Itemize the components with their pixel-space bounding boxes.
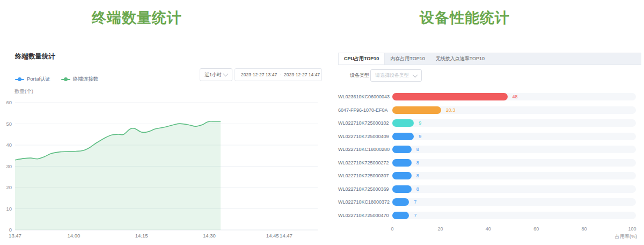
device-name: WL022710K725000470 bbox=[338, 213, 392, 218]
x-tick-label: 14:15 bbox=[135, 233, 148, 239]
date-range-picker[interactable]: 2023-12-27 13:47 - 2023-12-27 14:47 bbox=[235, 68, 322, 81]
bar-row-3: WL022710K7250004099 bbox=[338, 130, 641, 143]
x-tick-label: 14:00 bbox=[68, 233, 80, 239]
bar-row-7: WL022710K7250003698 bbox=[338, 183, 641, 196]
date-end: 2023-12-27 14:47 bbox=[284, 72, 320, 77]
time-range-value: 近1小时 bbox=[204, 71, 222, 78]
bar-x-tick-label: 80 bbox=[582, 226, 587, 232]
bar-value-label: 9 bbox=[419, 133, 421, 140]
bar-value-label: 8 bbox=[416, 172, 419, 179]
y-tick-label: 0 bbox=[9, 227, 12, 233]
legend-label: 终端连接数 bbox=[73, 76, 99, 83]
bar-row-8: WL022710KC180003727 bbox=[338, 196, 641, 209]
x-tick-label: 14:45 bbox=[266, 233, 279, 239]
bar-x-tick-label: 100 bbox=[628, 226, 636, 232]
bar-row-5: WL022710K7250002728 bbox=[338, 156, 641, 170]
bar-row-1: 6047-FF96-1070-EF0A20.3 bbox=[338, 104, 641, 117]
performance-tabs: CPU占用TOP10内存占用TOP10无线接入点速率TOP10 bbox=[338, 53, 641, 65]
bar-fill[interactable] bbox=[392, 159, 412, 167]
bar-fill[interactable] bbox=[392, 146, 412, 153]
date-start: 2023-12-27 13:47 bbox=[241, 72, 277, 77]
tab-0[interactable]: CPU占用TOP10 bbox=[339, 53, 385, 64]
legend-item-0[interactable]: Portal认证 bbox=[15, 76, 50, 83]
device-name: WL022710KC18000280 bbox=[338, 147, 392, 152]
y-tick-label: 20 bbox=[6, 184, 12, 190]
left-section-heading: 终端数量统计 bbox=[0, 8, 274, 27]
bar-track: 8 bbox=[392, 185, 636, 193]
y-tick-label: 60 bbox=[6, 99, 12, 105]
chart-legend: Portal认证终端连接数 bbox=[15, 76, 98, 83]
bar-x-axis-label: 占用率(%) bbox=[615, 233, 637, 240]
bar-track: 7 bbox=[392, 212, 636, 219]
bar-row-0: WL023610KC0600004348 bbox=[338, 90, 641, 104]
legend-dot-icon bbox=[64, 77, 68, 81]
y-tick-label: 40 bbox=[6, 142, 12, 148]
y-tick-label: 30 bbox=[6, 163, 12, 169]
cpu-top10-bar-chart: WL023610KC06000043486047-FF96-1070-EF0A2… bbox=[338, 90, 641, 222]
bar-value-label: 8 bbox=[416, 185, 419, 193]
bar-track: 8 bbox=[392, 172, 636, 179]
x-tick-label: 13:47 bbox=[9, 233, 21, 239]
bar-fill[interactable] bbox=[392, 198, 409, 206]
bar-track: 48 bbox=[392, 93, 636, 100]
bar-x-tick-label: 40 bbox=[486, 226, 491, 232]
legend-item-1[interactable]: 终端连接数 bbox=[61, 76, 99, 83]
bar-track: 9 bbox=[392, 133, 636, 140]
bar-row-6: WL022710K7250003078 bbox=[338, 169, 641, 183]
right-section-heading: 设备性能统计 bbox=[338, 8, 591, 27]
bar-track: 20.3 bbox=[392, 106, 636, 114]
bar-track: 7 bbox=[392, 198, 636, 206]
device-type-select[interactable]: 请选择设备类型 bbox=[370, 69, 422, 82]
bar-fill[interactable] bbox=[392, 185, 412, 193]
legend-line-icon bbox=[61, 79, 70, 80]
bar-row-4: WL022710KC180002808 bbox=[338, 143, 641, 156]
bar-fill[interactable] bbox=[392, 93, 508, 100]
area-fill bbox=[15, 121, 221, 230]
device-type-placeholder: 请选择设备类型 bbox=[375, 72, 409, 79]
bar-fill[interactable] bbox=[392, 212, 409, 219]
device-name: WL023610KC06000043 bbox=[338, 94, 392, 99]
bar-track: 8 bbox=[392, 159, 636, 167]
bar-fill[interactable] bbox=[392, 119, 414, 127]
x-tick-label: 14:30 bbox=[203, 233, 216, 239]
legend-dot-icon bbox=[18, 77, 21, 81]
bar-fill[interactable] bbox=[392, 133, 414, 140]
bar-x-tick-label: 60 bbox=[533, 226, 539, 232]
bar-value-label: 7 bbox=[414, 212, 416, 219]
bar-row-9: WL022710K7250004707 bbox=[338, 209, 641, 222]
device-name: 6047-FF96-1070-EF0A bbox=[338, 107, 392, 113]
legend-label: Portal认证 bbox=[27, 76, 50, 83]
bar-track: 8 bbox=[392, 146, 636, 153]
bar-value-label: 48 bbox=[513, 93, 518, 100]
y-tick-label: 10 bbox=[6, 206, 12, 212]
bar-value-label: 8 bbox=[416, 159, 419, 167]
bar-x-ticks: 020406080100 bbox=[338, 226, 641, 233]
tab-2[interactable]: 无线接入点速率TOP10 bbox=[430, 53, 490, 64]
device-name: WL022710K725000369 bbox=[338, 186, 392, 192]
device-name: WL022710KC18000372 bbox=[338, 199, 392, 205]
chevron-down-icon bbox=[223, 71, 229, 77]
bar-track: 9 bbox=[392, 119, 636, 127]
bar-x-tick-label: 20 bbox=[437, 226, 443, 232]
bar-row-2: WL022710K7250001029 bbox=[338, 117, 641, 130]
bar-fill[interactable] bbox=[392, 172, 412, 179]
terminal-chart-title: 终端数量统计 bbox=[15, 52, 55, 61]
bar-fill[interactable] bbox=[392, 106, 441, 114]
bar-value-label: 7 bbox=[414, 198, 416, 206]
device-name: WL022710K725000409 bbox=[338, 134, 392, 139]
device-name: WL022710K725000272 bbox=[338, 160, 392, 165]
bar-value-label: 8 bbox=[416, 146, 419, 153]
legend-line-icon bbox=[15, 79, 24, 80]
y-tick-label: 50 bbox=[6, 121, 12, 127]
tab-1[interactable]: 内存占用TOP10 bbox=[385, 53, 430, 64]
bar-x-tick-label: 0 bbox=[391, 226, 393, 232]
device-name: WL022710K725000307 bbox=[338, 173, 392, 178]
x-tick-label: 14:47 bbox=[280, 233, 292, 239]
bar-value-label: 20.3 bbox=[446, 106, 456, 114]
chevron-down-icon bbox=[413, 72, 418, 77]
time-range-select[interactable]: 近1小时 bbox=[200, 68, 232, 81]
dashboard-page: 终端数量统计 设备性能统计 终端数量统计 近1小时 2023-12-27 13:… bbox=[0, 0, 644, 245]
y-axis-name: 数量(个) bbox=[14, 88, 33, 94]
device-name: WL022710K725000102 bbox=[338, 120, 392, 126]
device-type-label: 设备类型 bbox=[350, 72, 369, 79]
